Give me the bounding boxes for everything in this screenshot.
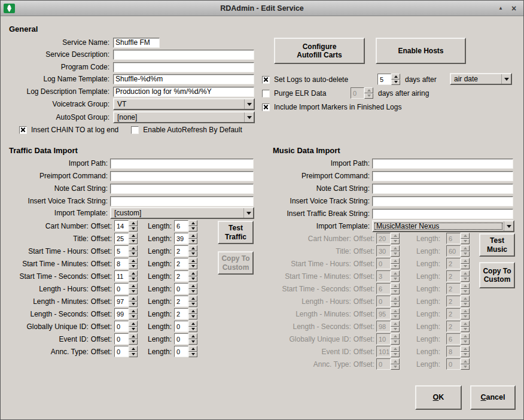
length-input[interactable] [174,308,188,319]
spin-down-icon[interactable] [129,276,138,282]
spin-down-icon[interactable] [129,239,138,245]
offset-input[interactable] [114,283,129,294]
auto-delete-days-input[interactable] [377,74,391,85]
spin-down-icon[interactable] [188,327,197,333]
length-input[interactable] [174,258,188,269]
spin-up-icon[interactable] [188,333,197,339]
spin-down-icon[interactable] [188,226,197,232]
spin-up-icon[interactable] [129,296,138,302]
offset-input[interactable] [114,308,129,319]
traffic-import-path-input[interactable] [110,159,254,169]
spin-down-icon[interactable] [129,339,138,345]
purge-elr-checkbox-row[interactable]: Purge ELR Data [262,87,326,99]
spin-down-icon[interactable] [129,264,138,270]
spin-up-icon[interactable] [188,233,197,239]
spin-up-icon[interactable] [188,220,197,226]
auto-delete-checkbox[interactable] [262,76,270,84]
spin-down-icon[interactable] [129,302,138,308]
traffic-preimport-command-input[interactable] [110,171,254,181]
spin-down-icon[interactable] [188,264,197,270]
spin-down-icon[interactable] [188,352,197,358]
configure-autofill-carts-button[interactable]: Configure Autofill Carts [274,38,365,64]
offset-input[interactable] [114,220,129,232]
spin-down-icon[interactable] [129,314,138,320]
spin-up-icon[interactable] [188,296,197,302]
length-input[interactable] [174,283,188,294]
spin-up-icon[interactable] [188,270,197,276]
spin-up-icon[interactable] [188,308,197,314]
music-note-cart-input[interactable] [372,184,513,194]
spin-up-icon[interactable] [129,258,138,264]
spin-up-icon[interactable] [188,346,197,352]
traffic-import-template-select[interactable]: [custom] [110,207,254,219]
spin-up-icon[interactable] [129,346,138,352]
offset-input[interactable] [114,296,129,307]
spin-down-icon[interactable] [188,251,197,257]
voicetrack-group-select[interactable]: VT [113,98,255,110]
spin-down-icon[interactable] [129,327,138,333]
enable-hosts-button[interactable]: Enable Hosts [376,38,466,64]
shade-window-icon[interactable]: ▲ [496,4,505,13]
spin-down-icon[interactable] [188,302,197,308]
length-input[interactable] [174,270,188,282]
traffic-voice-track-string-input[interactable] [110,196,254,206]
titlebar[interactable]: RDAdmin - Edit Service ▲ × [1,1,523,16]
service-name-input[interactable] [113,38,160,48]
spin-down-icon[interactable] [188,239,197,245]
spin-up-icon[interactable] [188,258,197,264]
music-preimport-command-input[interactable] [372,171,513,181]
autorefresh-checkbox[interactable] [131,126,139,134]
spin-up-icon[interactable] [129,270,138,276]
music-traffic-break-string-input[interactable] [372,209,513,219]
spin-down-icon[interactable] [188,289,197,295]
spin-up-icon[interactable] [129,220,138,226]
spin-up-icon[interactable] [129,321,138,327]
auto-delete-basis-select[interactable]: air date [450,73,512,85]
music-voice-track-string-input[interactable] [372,196,513,206]
length-input[interactable] [174,296,188,307]
spin-up-icon[interactable] [129,333,138,339]
log-description-template-input[interactable] [113,87,254,97]
test-traffic-button[interactable]: Test Traffic [218,221,254,244]
spin-down-icon[interactable] [129,352,138,358]
music-import-path-input[interactable] [372,159,513,169]
service-description-input[interactable] [113,50,254,60]
spin-up-icon[interactable] [129,233,138,239]
offset-input[interactable] [114,258,129,269]
spin-up-icon[interactable] [188,283,197,289]
spin-up-icon[interactable] [129,245,138,251]
offset-input[interactable] [114,233,129,244]
offset-input[interactable] [114,321,129,332]
length-input[interactable] [174,245,188,257]
spin-up-icon[interactable] [129,283,138,289]
spin-down-icon[interactable] [188,314,197,320]
import-markers-checkbox-row[interactable]: Include Import Markers in Finished Logs [262,101,401,113]
offset-input[interactable] [114,245,129,257]
traffic-note-cart-input[interactable] [110,184,254,194]
offset-input[interactable] [114,333,129,345]
length-input[interactable] [174,346,188,357]
auto-delete-checkbox-row[interactable]: Set Logs to auto-delete [262,74,348,86]
offset-input[interactable] [114,346,129,357]
length-input[interactable] [174,321,188,332]
program-code-input[interactable] [113,62,254,72]
ok-button[interactable]: OK [415,385,462,410]
test-music-button[interactable]: Test Music [479,233,515,257]
log-name-template-input[interactable] [113,74,254,84]
purge-elr-checkbox[interactable] [262,90,270,98]
close-window-icon[interactable]: × [509,4,519,13]
spin-up-icon[interactable] [188,321,197,327]
cancel-button[interactable]: Cancel [470,385,516,410]
spin-down-icon[interactable] [129,251,138,257]
import-markers-checkbox[interactable] [262,104,270,111]
music-copy-to-custom-button[interactable]: Copy To Custom [479,262,515,288]
spin-down-icon[interactable] [391,80,400,86]
autospot-group-select[interactable]: [none] [113,111,255,123]
offset-input[interactable] [114,270,129,282]
length-input[interactable] [174,333,188,345]
spin-down-icon[interactable] [188,339,197,345]
spin-up-icon[interactable] [391,74,400,80]
spin-up-icon[interactable] [129,308,138,314]
music-import-template-select[interactable]: MusicMaster Nexus [372,220,514,232]
length-input[interactable] [174,220,188,232]
